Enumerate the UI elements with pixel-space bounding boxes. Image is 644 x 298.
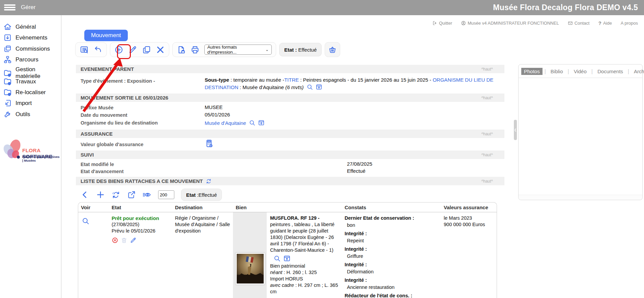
calculator-icon[interactable] xyxy=(205,139,213,148)
search-icon[interactable] xyxy=(249,119,256,126)
toolbar-group-search xyxy=(75,42,107,57)
contact-link[interactable]: Contact xyxy=(568,21,590,26)
col-voir: Voir xyxy=(78,202,109,212)
duplicate-button[interactable] xyxy=(142,45,151,54)
refresh-icon[interactable] xyxy=(206,178,212,184)
print-format-select[interactable]: Autres formats d'impression... ⌄ xyxy=(204,45,272,55)
previous-page-button[interactable] xyxy=(81,190,89,199)
evenement-type-label: Type d'évènement : Exposition - xyxy=(81,78,155,84)
sitemap-icon xyxy=(3,55,12,64)
tab-mouvement[interactable]: Mouvement xyxy=(84,30,128,41)
add-button[interactable] xyxy=(114,45,123,54)
basket-button[interactable] xyxy=(325,42,340,57)
col-constats: Constats xyxy=(342,202,440,212)
voir-cell xyxy=(78,212,109,298)
delete-button[interactable] xyxy=(156,45,165,54)
home-icon xyxy=(3,23,12,31)
haut-link[interactable]: ^haut^ xyxy=(481,67,493,72)
open-record-icon[interactable] xyxy=(258,119,265,126)
folder-globe-icon xyxy=(3,88,12,97)
bien-description: MUSFLORA. RF 129 - peintures , tableau ,… xyxy=(267,212,342,298)
haut-link[interactable]: ^haut^ xyxy=(481,132,493,136)
sidebar-item-general[interactable]: Général xyxy=(3,23,36,31)
panel-collapse-handle[interactable]: ❮ xyxy=(514,120,517,140)
back-button[interactable] xyxy=(93,45,103,54)
list-search-button[interactable] xyxy=(80,45,89,54)
section-evenement-parent: EVENEMENT PARENT ^haut^ xyxy=(76,65,504,73)
etat-modifie-label: Etat modifié le xyxy=(81,162,114,167)
user-account[interactable]: Musée v4 ADMINISTRATEUR FONCTIONNEL xyxy=(461,21,559,26)
bien-cell: MUSFLORA. RF 129 - peintures , tableau ,… xyxy=(233,212,342,298)
haut-link[interactable]: ^haut^ xyxy=(481,153,493,157)
printer-button[interactable] xyxy=(191,45,200,54)
sidebar-item-commissions[interactable]: Commissions xyxy=(3,45,50,53)
sidebar-item-parcours[interactable]: Parcours xyxy=(3,55,38,64)
search-icon[interactable] xyxy=(273,255,281,262)
haut-link[interactable]: ^haut^ xyxy=(481,179,493,184)
import-icon xyxy=(3,99,12,107)
wrench-icon xyxy=(3,110,12,118)
tab-biblio[interactable]: Biblio xyxy=(548,68,566,75)
edit-icon[interactable] xyxy=(130,237,137,244)
open-record-icon[interactable] xyxy=(283,255,291,262)
aide-link[interactable]: ? Aide xyxy=(598,20,612,26)
recycle-icon xyxy=(112,190,120,199)
copy-icon xyxy=(142,45,151,54)
prefixe-value: MUSEE xyxy=(205,104,223,110)
preview-eye-icon xyxy=(143,190,151,199)
user-icon xyxy=(461,21,466,26)
hamburger-menu-icon[interactable] xyxy=(4,3,16,12)
sidebar-item-import[interactable]: Import xyxy=(3,99,32,107)
tab-photos[interactable]: Photos xyxy=(521,68,543,75)
print-document-button[interactable] xyxy=(177,45,186,54)
quitter-link[interactable]: Quitter xyxy=(432,21,452,26)
painting-image xyxy=(237,254,264,283)
tab-video[interactable]: Vidéo xyxy=(571,68,589,75)
search-icon[interactable] xyxy=(306,84,313,90)
open-record-icon[interactable] xyxy=(316,84,322,90)
export-button[interactable] xyxy=(127,190,136,199)
organisme-destination-label: Organisme du lieu de destination xyxy=(81,120,158,126)
biens-table: Voir Etat Destination Bien Constats Vale… xyxy=(78,202,497,298)
table-header: Voir Etat Destination Bien Constats Vale… xyxy=(78,202,497,212)
edit-button[interactable] xyxy=(128,45,137,54)
sidebar-item-outils[interactable]: Outils xyxy=(3,110,30,118)
toolbar-group-print: Autres formats d'impression... ⌄ xyxy=(172,42,276,57)
menu-gerer[interactable]: Gérer xyxy=(21,4,35,11)
document-print-icon xyxy=(177,45,186,54)
haut-link[interactable]: ^haut^ xyxy=(481,96,493,100)
trash-icon[interactable] xyxy=(121,237,127,244)
apropos-link[interactable]: A propos xyxy=(621,21,638,26)
main-content: Mouvement xyxy=(76,0,504,298)
section-assurance: ASSURANCE ^haut^ xyxy=(76,130,504,138)
list-toolbar: Etat : Effectué xyxy=(81,188,222,201)
col-etat: Etat xyxy=(109,202,172,212)
col-bien: Bien xyxy=(233,202,342,212)
commissions-icon xyxy=(3,45,12,53)
plus-circle-icon xyxy=(114,45,123,54)
page-size-input[interactable] xyxy=(158,190,174,199)
mail-icon xyxy=(568,21,573,26)
list-search-icon xyxy=(80,45,89,54)
organisme-destination-value: Musée d'Aquitaine xyxy=(205,119,265,126)
musee-aquitaine-link[interactable]: Musée d'Aquitaine xyxy=(205,120,246,126)
top-bar: Gérer Musée Flora Decalog Flora DEMO v4.… xyxy=(0,0,644,15)
etat-status-chip: Etat : Effectué xyxy=(279,43,322,56)
recycle-button[interactable] xyxy=(112,190,120,199)
sidebar-item-evenements[interactable]: Evènements xyxy=(3,33,48,42)
app-title: Musée Flora Decalog Flora DEMO v4.5 xyxy=(493,3,638,12)
titre-link[interactable]: TITRE xyxy=(284,77,299,83)
sidebar-item-relocaliser[interactable]: Re-localiser xyxy=(3,88,46,97)
bien-import: Import HORUS xyxy=(270,276,340,282)
view-search-icon[interactable] xyxy=(82,217,90,225)
preview-button[interactable] xyxy=(143,190,151,199)
cancel-icon[interactable] xyxy=(112,237,118,244)
date-mouvement-value: 05/01/2026 xyxy=(205,112,230,117)
date-mouvement-label: Date du mouvement xyxy=(81,112,127,118)
sidebar-item-travaux[interactable]: Travaux xyxy=(3,77,36,86)
painting-thumbnail[interactable] xyxy=(236,253,265,285)
edit-pencil-icon xyxy=(128,45,137,54)
tab-archives[interactable]: Archives xyxy=(631,68,644,75)
tab-documents[interactable]: Documents xyxy=(595,68,626,75)
add-bien-button[interactable] xyxy=(96,190,105,199)
